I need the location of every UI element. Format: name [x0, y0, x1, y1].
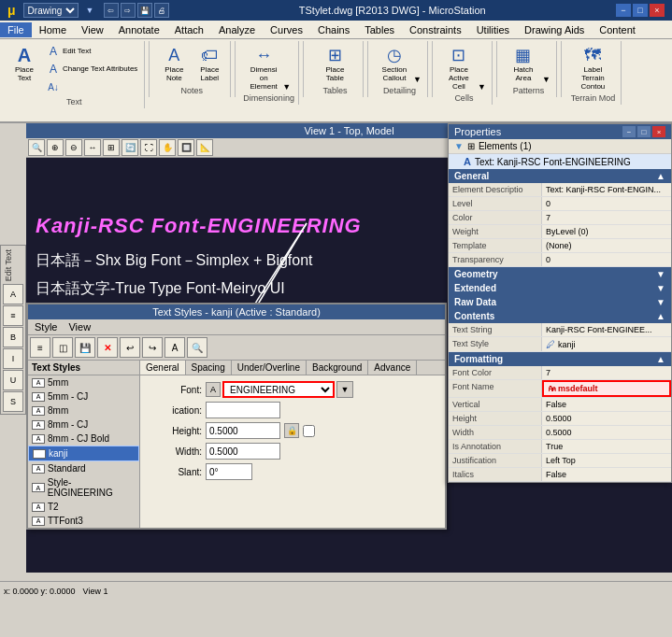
- menu-curves[interactable]: Curves: [263, 22, 310, 37]
- prop-section-raw-data-header[interactable]: Raw Data ▼: [449, 295, 671, 309]
- slant-input[interactable]: [206, 463, 252, 480]
- prop-scroll[interactable]: ▼ ⊞ Elements (1) A Text: Kanji-RSC Font-…: [449, 139, 671, 482]
- style-item-standard[interactable]: AStandard: [28, 461, 139, 475]
- edit-tool-5[interactable]: U: [3, 370, 23, 390]
- hatch-area-button[interactable]: ▦ HatchArea: [507, 43, 540, 84]
- panel-tb-7[interactable]: A: [164, 337, 185, 358]
- place-table-button[interactable]: ⊞ PlaceTable: [318, 43, 351, 84]
- height-lock-btn[interactable]: 🔒: [284, 423, 299, 438]
- change-text-button[interactable]: A Change Text Attributes: [43, 61, 140, 78]
- menu-content[interactable]: Content: [592, 22, 643, 37]
- prop-section-contents-header[interactable]: Contents ▲: [449, 309, 671, 323]
- canvas-tool-8[interactable]: ✋: [159, 139, 176, 156]
- prop-maximize[interactable]: □: [637, 126, 651, 137]
- style-item-style-engineering[interactable]: AStyle-ENGINEERING: [28, 475, 139, 500]
- menu-chains[interactable]: Chains: [310, 22, 357, 37]
- label-terrain-button[interactable]: 🗺 LabelTerrain Contou: [576, 43, 609, 92]
- dimension-element-button[interactable]: ↔ DimensionElement: [247, 43, 280, 92]
- edit-text-button[interactable]: A Edit Text: [43, 43, 140, 60]
- style-item-kanji[interactable]: Akanji: [28, 446, 139, 461]
- font-dropdown-btn[interactable]: ▼: [336, 381, 353, 398]
- prop-close[interactable]: ×: [652, 126, 665, 137]
- style-item-t2[interactable]: AT2: [28, 500, 139, 514]
- canvas-tool-10[interactable]: 📐: [196, 139, 213, 156]
- menu-view[interactable]: View: [74, 22, 111, 37]
- menu-annotate[interactable]: Annotate: [111, 22, 167, 37]
- edit-tool-2[interactable]: ≡: [3, 305, 23, 326]
- menu-constraints[interactable]: Constraints: [402, 22, 469, 37]
- dim-expand-button[interactable]: ▼: [282, 82, 291, 92]
- toolbar-btn-3[interactable]: 💾: [137, 3, 152, 18]
- height-checkbox[interactable]: [303, 425, 315, 437]
- canvas-tool-4[interactable]: ↔: [84, 139, 101, 156]
- prop-row-weight: Weight ByLevel (0): [449, 225, 671, 239]
- canvas-tool-3[interactable]: ⊖: [65, 139, 82, 156]
- panel-tb-1[interactable]: ≡: [30, 337, 50, 358]
- text-sub-button[interactable]: A↓: [43, 78, 140, 95]
- general-content: Element Descriptio Text: Kanji-RSC Font-…: [449, 183, 671, 267]
- drawing-selector[interactable]: Drawing: [23, 3, 79, 18]
- place-active-cell-button[interactable]: ⊡ PlaceActive Cell: [442, 43, 476, 92]
- prop-section-extended-header[interactable]: Extended ▼: [449, 281, 671, 295]
- canvas-tool-9[interactable]: 🔲: [178, 139, 194, 156]
- toolbar-btn-4[interactable]: 🖨: [154, 3, 169, 18]
- menu-attach[interactable]: Attach: [167, 22, 211, 37]
- panel-tab-spacing[interactable]: Spacing: [186, 361, 232, 375]
- menu-file[interactable]: File: [0, 22, 32, 37]
- element-item-text[interactable]: A Text: Kanji-RSC Font-ENGINEERING: [449, 154, 671, 169]
- canvas-tool-6[interactable]: 🔄: [122, 139, 138, 156]
- canvas-tool-5[interactable]: ⊞: [103, 139, 120, 156]
- close-button[interactable]: ×: [650, 4, 665, 17]
- prop-section-geometry-header[interactable]: Geometry ▼: [449, 267, 671, 281]
- prop-section-general-header[interactable]: General ▲: [449, 169, 671, 183]
- font-select[interactable]: ENGINEERING: [222, 381, 335, 398]
- edit-tool-3[interactable]: B: [3, 327, 23, 347]
- place-note-button[interactable]: A PlaceNote: [157, 43, 191, 84]
- style-item-8mm-cj[interactable]: A8mm - CJ: [28, 418, 139, 432]
- style-item-5mm[interactable]: A5mm: [28, 375, 139, 389]
- panel-tb-2[interactable]: ◫: [52, 337, 73, 358]
- width-input[interactable]: [206, 443, 280, 460]
- canvas-tool-7[interactable]: ⛶: [140, 139, 157, 156]
- place-label-button[interactable]: 🏷 PlaceLabel: [193, 43, 226, 84]
- menu-home[interactable]: Home: [32, 22, 74, 37]
- menu-drawing-aids[interactable]: Drawing Aids: [517, 22, 592, 37]
- panel-tab-general[interactable]: General: [140, 361, 186, 375]
- height-input[interactable]: [206, 422, 280, 439]
- section-callout-button[interactable]: ◷ SectionCallout: [378, 43, 411, 84]
- detailing-expand-button[interactable]: ▼: [413, 75, 422, 84]
- panel-tb-3[interactable]: 💾: [75, 337, 95, 358]
- style-item-ttfont3[interactable]: ATTFont3: [28, 514, 139, 528]
- panel-tb-5[interactable]: ↩: [120, 337, 140, 358]
- edit-tool-6[interactable]: S: [3, 391, 23, 412]
- edit-tool-1[interactable]: A: [3, 284, 23, 304]
- panel-tab-background[interactable]: Background: [307, 361, 368, 375]
- minimize-button[interactable]: −: [616, 4, 631, 17]
- style-item-5mm-cj[interactable]: A5mm - CJ: [28, 389, 139, 403]
- menu-tables[interactable]: Tables: [357, 22, 402, 37]
- patterns-expand-button[interactable]: ▼: [542, 75, 550, 84]
- panel-tb-delete[interactable]: ✕: [97, 337, 118, 358]
- location-input[interactable]: [206, 402, 280, 418]
- canvas-tool-2[interactable]: ⊕: [47, 139, 64, 156]
- menu-analyze[interactable]: Analyze: [211, 22, 263, 37]
- panel-menu-style[interactable]: Style: [29, 320, 63, 333]
- prop-section-formatting-header[interactable]: Formatting ▲: [449, 352, 671, 366]
- toolbar-btn-1[interactable]: ⇦: [104, 3, 119, 18]
- prop-minimize[interactable]: −: [622, 126, 636, 137]
- maximize-button[interactable]: □: [633, 4, 648, 17]
- panel-tb-search[interactable]: 🔍: [187, 337, 207, 358]
- panel-tab-underoverline[interactable]: Under/Overline: [232, 361, 307, 375]
- panel-tb-6[interactable]: ↪: [142, 337, 163, 358]
- cells-expand-button[interactable]: ▼: [478, 82, 486, 92]
- edit-tool-4[interactable]: I: [3, 348, 23, 369]
- style-item-8mm[interactable]: A8mm: [28, 403, 139, 418]
- canvas-tool-1[interactable]: 🔍: [28, 139, 45, 156]
- menu-utilities[interactable]: Utilities: [469, 22, 517, 37]
- style-item-8mm-cj-bold[interactable]: A8mm - CJ Bold: [28, 432, 139, 446]
- panel-tab-advance[interactable]: Advance: [368, 361, 417, 375]
- change-text-label: Change Text Attributes: [63, 65, 137, 74]
- place-text-button[interactable]: A PlaceText: [7, 43, 41, 84]
- toolbar-btn-2[interactable]: ⇨: [121, 3, 136, 18]
- panel-menu-view[interactable]: View: [63, 320, 96, 333]
